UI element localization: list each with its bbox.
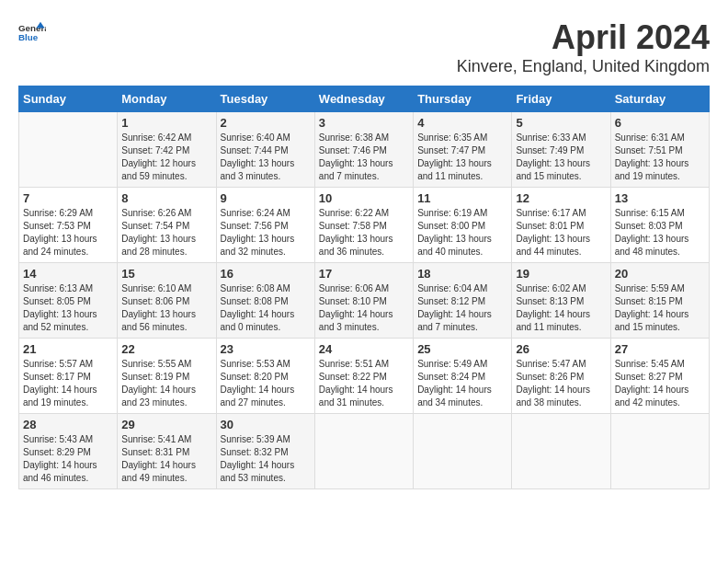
cell-info: Sunrise: 5:49 AMSunset: 8:24 PMDaylight:… — [417, 358, 507, 409]
calendar-cell: 28Sunrise: 5:43 AMSunset: 8:29 PMDayligh… — [19, 414, 118, 489]
day-number: 24 — [319, 342, 409, 356]
calendar-cell — [414, 414, 512, 489]
calendar-cell: 17Sunrise: 6:06 AMSunset: 8:10 PMDayligh… — [314, 263, 413, 339]
day-number: 25 — [417, 342, 507, 356]
calendar-cell: 5Sunrise: 6:33 AMSunset: 7:49 PMDaylight… — [512, 112, 610, 188]
cell-info: Sunrise: 5:51 AMSunset: 8:22 PMDaylight:… — [319, 358, 409, 409]
day-number: 2 — [221, 116, 311, 130]
day-number: 7 — [23, 191, 113, 205]
cell-info: Sunrise: 6:33 AMSunset: 7:49 PMDaylight:… — [516, 132, 606, 183]
calendar-cell — [610, 414, 709, 489]
column-header-tuesday: Tuesday — [216, 86, 314, 112]
title-area: April 2024 Kinvere, England, United King… — [457, 18, 710, 76]
main-title: April 2024 — [457, 18, 710, 57]
day-number: 3 — [319, 116, 409, 130]
day-number: 6 — [615, 116, 705, 130]
calendar-cell: 9Sunrise: 6:24 AMSunset: 7:56 PMDaylight… — [216, 188, 314, 263]
day-number: 17 — [319, 267, 409, 281]
day-number: 16 — [221, 267, 311, 281]
calendar-cell: 11Sunrise: 6:19 AMSunset: 8:00 PMDayligh… — [414, 188, 512, 263]
calendar-row-0: 1Sunrise: 6:42 AMSunset: 7:42 PMDaylight… — [19, 112, 710, 188]
calendar-cell: 30Sunrise: 5:39 AMSunset: 8:32 PMDayligh… — [216, 414, 314, 489]
cell-info: Sunrise: 6:31 AMSunset: 7:51 PMDaylight:… — [615, 132, 705, 183]
column-header-thursday: Thursday — [414, 86, 512, 112]
day-number: 26 — [516, 342, 606, 356]
day-number: 5 — [516, 116, 606, 130]
logo-icon: General Blue — [18, 18, 46, 46]
calendar-cell: 27Sunrise: 5:45 AMSunset: 8:27 PMDayligh… — [610, 339, 709, 414]
calendar-row-4: 28Sunrise: 5:43 AMSunset: 8:29 PMDayligh… — [19, 414, 710, 489]
cell-info: Sunrise: 6:42 AMSunset: 7:42 PMDaylight:… — [121, 132, 211, 183]
day-number: 15 — [121, 267, 211, 281]
calendar-cell: 24Sunrise: 5:51 AMSunset: 8:22 PMDayligh… — [314, 339, 413, 414]
day-number: 20 — [615, 267, 705, 281]
column-header-saturday: Saturday — [610, 86, 709, 112]
calendar-cell: 16Sunrise: 6:08 AMSunset: 8:08 PMDayligh… — [216, 263, 314, 339]
cell-info: Sunrise: 6:24 AMSunset: 7:56 PMDaylight:… — [221, 207, 311, 259]
calendar-cell: 8Sunrise: 6:26 AMSunset: 7:54 PMDaylight… — [118, 188, 216, 263]
cell-info: Sunrise: 6:40 AMSunset: 7:44 PMDaylight:… — [221, 132, 311, 183]
calendar-cell — [512, 414, 610, 489]
column-header-friday: Friday — [512, 86, 610, 112]
calendar-row-1: 7Sunrise: 6:29 AMSunset: 7:53 PMDaylight… — [19, 188, 710, 263]
calendar-cell: 15Sunrise: 6:10 AMSunset: 8:06 PMDayligh… — [118, 263, 216, 339]
day-number: 8 — [121, 191, 211, 205]
calendar-cell — [314, 414, 413, 489]
page-header: General Blue April 2024 Kinvere, England… — [18, 18, 710, 76]
day-number: 28 — [23, 418, 113, 431]
day-number: 12 — [516, 191, 606, 205]
calendar-cell: 14Sunrise: 6:13 AMSunset: 8:05 PMDayligh… — [19, 263, 118, 339]
calendar-row-2: 14Sunrise: 6:13 AMSunset: 8:05 PMDayligh… — [19, 263, 710, 339]
column-header-wednesday: Wednesday — [314, 86, 413, 112]
cell-info: Sunrise: 6:26 AMSunset: 7:54 PMDaylight:… — [121, 207, 211, 259]
calendar-cell: 4Sunrise: 6:35 AMSunset: 7:47 PMDaylight… — [414, 112, 512, 188]
cell-info: Sunrise: 5:45 AMSunset: 8:27 PMDaylight:… — [615, 358, 705, 409]
calendar-cell: 13Sunrise: 6:15 AMSunset: 8:03 PMDayligh… — [610, 188, 709, 263]
calendar-cell: 25Sunrise: 5:49 AMSunset: 8:24 PMDayligh… — [414, 339, 512, 414]
cell-info: Sunrise: 6:06 AMSunset: 8:10 PMDaylight:… — [319, 282, 409, 334]
calendar-row-3: 21Sunrise: 5:57 AMSunset: 8:17 PMDayligh… — [19, 339, 710, 414]
cell-info: Sunrise: 6:35 AMSunset: 7:47 PMDaylight:… — [417, 132, 507, 183]
column-header-sunday: Sunday — [19, 86, 118, 112]
cell-info: Sunrise: 6:13 AMSunset: 8:05 PMDaylight:… — [23, 282, 113, 334]
logo: General Blue — [18, 18, 46, 46]
calendar-cell: 6Sunrise: 6:31 AMSunset: 7:51 PMDaylight… — [610, 112, 709, 188]
day-number: 27 — [615, 342, 705, 356]
calendar-table: SundayMondayTuesdayWednesdayThursdayFrid… — [18, 86, 710, 489]
calendar-cell — [19, 112, 118, 188]
day-number: 30 — [221, 418, 311, 431]
calendar-cell: 20Sunrise: 5:59 AMSunset: 8:15 PMDayligh… — [610, 263, 709, 339]
cell-info: Sunrise: 6:08 AMSunset: 8:08 PMDaylight:… — [221, 282, 311, 334]
day-number: 19 — [516, 267, 606, 281]
calendar-cell: 29Sunrise: 5:41 AMSunset: 8:31 PMDayligh… — [118, 414, 216, 489]
cell-info: Sunrise: 5:59 AMSunset: 8:15 PMDaylight:… — [615, 282, 705, 334]
calendar-cell: 18Sunrise: 6:04 AMSunset: 8:12 PMDayligh… — [414, 263, 512, 339]
calendar-cell: 22Sunrise: 5:55 AMSunset: 8:19 PMDayligh… — [118, 339, 216, 414]
day-number: 11 — [417, 191, 507, 205]
day-number: 10 — [319, 191, 409, 205]
cell-info: Sunrise: 6:15 AMSunset: 8:03 PMDaylight:… — [615, 207, 705, 259]
day-number: 13 — [615, 191, 705, 205]
cell-info: Sunrise: 6:02 AMSunset: 8:13 PMDaylight:… — [516, 282, 606, 334]
cell-info: Sunrise: 5:43 AMSunset: 8:29 PMDaylight:… — [23, 433, 113, 485]
calendar-cell: 19Sunrise: 6:02 AMSunset: 8:13 PMDayligh… — [512, 263, 610, 339]
calendar-cell: 26Sunrise: 5:47 AMSunset: 8:26 PMDayligh… — [512, 339, 610, 414]
day-number: 29 — [121, 418, 211, 431]
day-number: 4 — [417, 116, 507, 130]
calendar-cell: 7Sunrise: 6:29 AMSunset: 7:53 PMDaylight… — [19, 188, 118, 263]
cell-info: Sunrise: 5:57 AMSunset: 8:17 PMDaylight:… — [23, 358, 113, 409]
cell-info: Sunrise: 6:04 AMSunset: 8:12 PMDaylight:… — [417, 282, 507, 334]
cell-info: Sunrise: 6:38 AMSunset: 7:46 PMDaylight:… — [319, 132, 409, 183]
column-header-monday: Monday — [118, 86, 216, 112]
calendar-cell: 23Sunrise: 5:53 AMSunset: 8:20 PMDayligh… — [216, 339, 314, 414]
cell-info: Sunrise: 6:10 AMSunset: 8:06 PMDaylight:… — [121, 282, 211, 334]
day-number: 18 — [417, 267, 507, 281]
cell-info: Sunrise: 5:47 AMSunset: 8:26 PMDaylight:… — [516, 358, 606, 409]
day-number: 22 — [121, 342, 211, 356]
day-number: 21 — [23, 342, 113, 356]
cell-info: Sunrise: 6:22 AMSunset: 7:58 PMDaylight:… — [319, 207, 409, 259]
calendar-header-row: SundayMondayTuesdayWednesdayThursdayFrid… — [19, 86, 710, 112]
calendar-cell: 12Sunrise: 6:17 AMSunset: 8:01 PMDayligh… — [512, 188, 610, 263]
cell-info: Sunrise: 5:39 AMSunset: 8:32 PMDaylight:… — [221, 433, 311, 485]
cell-info: Sunrise: 6:17 AMSunset: 8:01 PMDaylight:… — [516, 207, 606, 259]
